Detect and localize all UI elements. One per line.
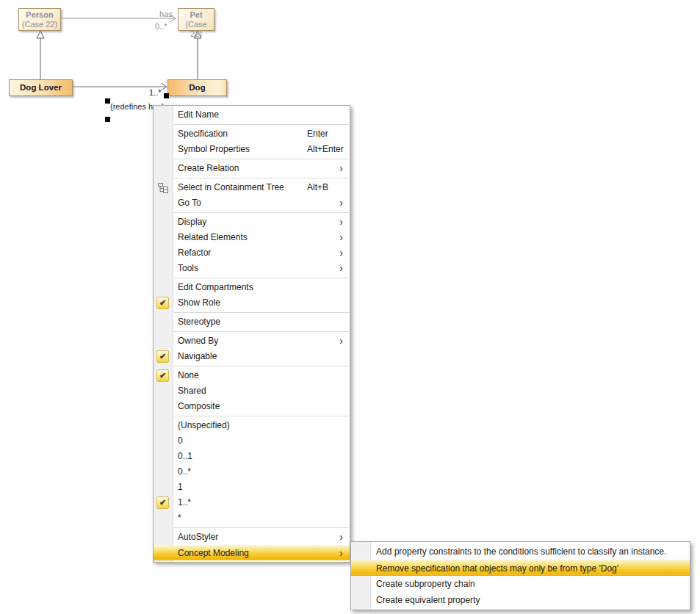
selection-handle[interactable] [105, 117, 110, 122]
menu-item-multiplicity-1-star[interactable]: ✔ 1..* [154, 495, 350, 510]
menu-item-label: Shared [178, 386, 206, 396]
menu-item-label: Create subproperty chain [376, 579, 475, 589]
menu-item-label: AutoStyler [178, 532, 218, 542]
menu-item-multiplicity-star[interactable]: * [154, 510, 350, 526]
class-subtitle: (Case 22) [178, 20, 214, 39]
class-name: Pet [178, 10, 214, 20]
checkbox-checked-icon: ✔ [156, 350, 169, 363]
submenu-arrow-icon: › [339, 245, 343, 261]
class-box-dog[interactable]: Dog [167, 79, 227, 96]
checkbox-checked-icon: ✔ [156, 297, 169, 309]
menu-item-label: * [178, 513, 181, 523]
submenu-item-create-equivalent-property[interactable]: Create equivalent property [351, 592, 690, 608]
submenu-arrow-icon: › [339, 546, 343, 561]
menu-item-label: Owned By [178, 336, 218, 346]
menu-item-label: 0 [178, 436, 183, 446]
menu-item-none[interactable]: ✔ None [154, 368, 350, 383]
menu-item-shortcut: Enter [307, 126, 328, 142]
menu-item-label: Stereotype [178, 317, 220, 327]
menu-item-related-elements[interactable]: Related Elements › [154, 230, 350, 245]
menu-item-label: 1 [178, 482, 183, 492]
selection-handle[interactable] [105, 98, 110, 104]
menu-item-shortcut: Alt+B [307, 180, 328, 195]
menu-item-show-role[interactable]: ✔ Show Role [154, 295, 350, 311]
application-canvas: Person (Case 22) Pet (Case 22) Dog Lover… [0, 0, 700, 614]
submenu-item-remove-specification[interactable]: Remove specification that objects may on… [351, 560, 690, 576]
menu-item-multiplicity-1[interactable]: 1 [154, 480, 350, 495]
menu-item-composite[interactable]: Composite [154, 399, 350, 414]
menu-item-label: Add property constraints to the conditio… [376, 546, 666, 557]
menu-item-label: Create equivalent property [376, 595, 480, 605]
menu-item-unspecified[interactable]: (Unspecified) [154, 418, 350, 433]
class-box-pet[interactable]: Pet (Case 22) [178, 8, 214, 31]
menu-item-create-relation[interactable]: Create Relation › [154, 161, 350, 176]
menu-item-label: 0..1 [178, 451, 192, 461]
menu-item-display[interactable]: Display › [154, 214, 350, 230]
menu-item-navigable[interactable]: ✔ Navigable [154, 349, 350, 364]
menu-item-owned-by[interactable]: Owned By › [154, 333, 350, 349]
menu-item-label: 1..* [178, 497, 191, 508]
menu-item-select-in-containment-tree[interactable]: Select in Containment Tree Alt+B [154, 180, 350, 195]
class-name: Person [19, 10, 60, 20]
context-menu: Edit Name Specification Enter Symbol Pro… [153, 105, 350, 563]
menu-item-label: Related Elements [178, 232, 248, 242]
menu-item-label: Navigable [178, 351, 217, 361]
checkbox-checked-icon: ✔ [156, 496, 169, 509]
menu-item-label: 0..* [178, 466, 191, 477]
menu-item-multiplicity-0[interactable]: 0 [154, 433, 350, 449]
menu-item-refactor[interactable]: Refactor › [154, 245, 350, 261]
menu-item-specification[interactable]: Specification Enter [154, 126, 350, 142]
menu-item-label: Symbol Properties [178, 144, 250, 154]
menu-item-shortcut: Alt+Enter [307, 142, 344, 157]
submenu-arrow-icon: › [339, 261, 343, 276]
class-box-dog-lover[interactable]: Dog Lover [9, 79, 73, 96]
menu-item-label: Refactor [178, 248, 211, 258]
menu-item-label: Select in Containment Tree [178, 182, 284, 192]
menu-item-label: Edit Compartments [178, 282, 253, 292]
menu-item-edit-compartments[interactable]: Edit Compartments [154, 280, 350, 295]
menu-item-autostyler[interactable]: AutoStyler › [154, 530, 350, 545]
submenu-arrow-icon: › [339, 161, 343, 176]
menu-item-label: (Unspecified) [178, 420, 230, 430]
menu-item-label: None [178, 370, 199, 380]
menu-item-stereotype[interactable]: Stereotype [154, 314, 350, 330]
menu-item-tools[interactable]: Tools › [154, 261, 350, 276]
submenu-arrow-icon: › [339, 195, 343, 211]
menu-item-label: Remove specification that objects may on… [376, 563, 618, 574]
concept-modeling-submenu: Add property constraints to the conditio… [350, 541, 690, 610]
class-box-person[interactable]: Person (Case 22) [18, 8, 61, 31]
class-subtitle: (Case 22) [19, 20, 60, 29]
menu-item-label: Display [178, 217, 206, 227]
menu-item-symbol-properties[interactable]: Symbol Properties Alt+Enter [154, 142, 350, 157]
menu-item-concept-modeling[interactable]: Concept Modeling › [154, 545, 350, 560]
menu-item-go-to[interactable]: Go To › [154, 195, 350, 211]
menu-item-label: Concept Modeling [178, 548, 249, 558]
submenu-arrow-icon: › [339, 230, 343, 245]
menu-item-label: Create Relation [178, 163, 239, 173]
submenu-item-create-subproperty-chain[interactable]: Create subproperty chain [351, 576, 690, 592]
association-multiplicity-label[interactable]: 0..* [155, 22, 167, 31]
association-name-label[interactable]: has [159, 10, 173, 18]
menu-item-shared[interactable]: Shared [154, 383, 350, 399]
class-name: Dog Lover [20, 83, 62, 92]
submenu-arrow-icon: › [339, 214, 343, 230]
menu-item-multiplicity-0-star[interactable]: 0..* [154, 464, 350, 480]
checkbox-checked-icon: ✔ [156, 369, 169, 382]
menu-item-label: Edit Name [178, 109, 219, 120]
menu-item-label: Tools [178, 263, 198, 273]
menu-item-multiplicity-0-1[interactable]: 0..1 [154, 449, 350, 464]
menu-item-edit-name[interactable]: Edit Name [154, 107, 350, 123]
redefined-multiplicity-label[interactable]: 1..* [149, 88, 162, 97]
menu-item-label: Specification [178, 129, 228, 139]
selection-handle[interactable] [164, 93, 169, 98]
menu-item-label: Composite [178, 401, 220, 411]
submenu-item-add-property-constraints[interactable]: Add property constraints to the conditio… [351, 543, 690, 560]
class-name: Dog [189, 83, 205, 92]
menu-item-label: Show Role [178, 297, 220, 308]
submenu-arrow-icon: › [339, 333, 343, 349]
menu-item-label: Go To [178, 198, 201, 208]
submenu-arrow-icon: › [339, 530, 343, 545]
